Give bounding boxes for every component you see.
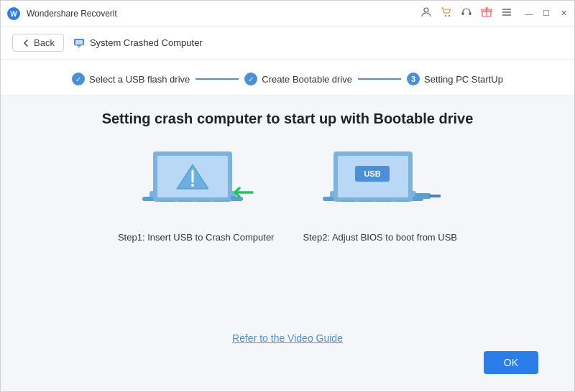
minimize-button[interactable]: — — [524, 9, 534, 19]
video-guide-link[interactable]: Refer to the Video Guide — [232, 332, 343, 344]
step1-illustration: Step1: Insert USB to Crash Computer — [118, 144, 274, 243]
step-1-label: Select a USB flash drive — [89, 74, 190, 85]
profile-icon[interactable] — [420, 6, 432, 20]
main-content: Setting crash computer to start up with … — [1, 96, 574, 392]
svg-rect-38 — [415, 193, 431, 199]
ok-button[interactable]: OK — [484, 351, 538, 374]
title-bar-right: — ☐ ✕ — [420, 6, 569, 20]
step-2-label: Create Bootable drive — [262, 74, 352, 85]
svg-rect-6 — [469, 12, 472, 15]
steps-bar: ✓ Select a USB flash drive ✓ Create Boot… — [1, 60, 574, 96]
insert-arrow-icon — [229, 184, 255, 201]
crashed-computer-icon — [73, 37, 86, 50]
main-title: Setting crash computer to start up with … — [102, 111, 474, 127]
step-line-1 — [196, 78, 239, 80]
title-bar: W Wondershare Recoverit — [1, 1, 574, 27]
app-logo: W — [6, 6, 21, 21]
svg-point-15 — [79, 43, 80, 44]
page-title: System Crashed Computer — [73, 37, 203, 50]
step-1-check: ✓ — [72, 73, 85, 85]
back-button[interactable]: Back — [12, 34, 64, 52]
step2-label: Step2: Adjust BIOS to boot from USB — [303, 232, 457, 243]
step-3-label: Setting PC StartUp — [424, 74, 503, 85]
back-arrow-icon — [22, 39, 30, 47]
title-bar-left: W Wondershare Recoverit — [6, 6, 117, 21]
bios-laptop-svg: USB — [316, 144, 445, 223]
crashed-laptop-container — [139, 144, 254, 223]
svg-text:USB: USB — [364, 169, 380, 178]
bottom-row: Refer to the Video Guide OK — [29, 257, 546, 386]
gift-icon[interactable] — [481, 6, 492, 20]
bios-laptop-container: USB — [316, 144, 445, 223]
step-3: 3 Setting PC StartUp — [407, 73, 503, 85]
svg-point-2 — [424, 8, 428, 12]
window-controls: — ☐ ✕ — [524, 9, 569, 19]
step-2: ✓ Create Bootable drive — [244, 73, 352, 85]
svg-text:W: W — [10, 10, 17, 18]
step-1: ✓ Select a USB flash drive — [72, 73, 190, 85]
svg-point-3 — [445, 15, 446, 17]
content-area: ✓ Select a USB flash drive ✓ Create Boot… — [1, 60, 574, 392]
illustrations: Step1: Insert USB to Crash Computer — [118, 144, 457, 243]
cart-icon[interactable] — [441, 6, 452, 20]
step-3-number: 3 — [407, 73, 420, 85]
step-line-2 — [358, 78, 401, 80]
close-button[interactable]: ✕ — [558, 9, 569, 19]
step1-label: Step1: Insert USB to Crash Computer — [118, 232, 274, 243]
nav-bar: Back System Crashed Computer — [1, 27, 574, 60]
svg-rect-39 — [429, 195, 441, 197]
menu-icon[interactable] — [501, 6, 512, 20]
svg-point-22 — [191, 184, 194, 187]
app-name-label: Wondershare Recoverit — [27, 9, 117, 19]
maximize-button[interactable]: ☐ — [541, 9, 551, 19]
step-2-check: ✓ — [244, 73, 257, 85]
svg-rect-5 — [462, 12, 464, 15]
step2-illustration: USB Step2: Adjust BIOS to boot from USB — [303, 144, 457, 243]
svg-point-4 — [448, 15, 450, 17]
headset-icon[interactable] — [461, 6, 472, 20]
